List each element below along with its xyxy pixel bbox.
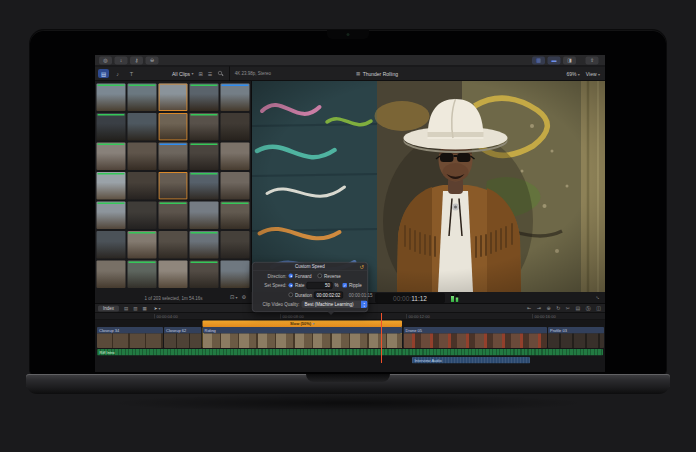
ripple-checkbox[interactable]: ✓ xyxy=(343,283,348,288)
insert-icon[interactable]: ⊕ xyxy=(546,305,550,312)
music-clip[interactable]: Riff Intro xyxy=(97,349,603,356)
clip-thumbnail[interactable] xyxy=(221,143,250,171)
timeline-clip[interactable]: Drone 05 xyxy=(404,327,548,348)
forward-radio[interactable] xyxy=(289,274,294,279)
clip-thumbnail[interactable] xyxy=(221,84,250,112)
clip-waveform-icon[interactable]: ▦ xyxy=(143,306,147,311)
chevron-down-icon: ▾ xyxy=(313,322,315,327)
clip-thumbnail[interactable] xyxy=(221,113,250,141)
solo-icon[interactable]: Ⓢ xyxy=(586,305,591,312)
clip-thumbnail[interactable] xyxy=(128,261,157,289)
blade-icon[interactable]: ✂ xyxy=(566,305,570,312)
clip-thumbnail[interactable] xyxy=(159,113,188,141)
timeline-clip[interactable]: Riding xyxy=(203,327,403,348)
clip-thumbnail[interactable] xyxy=(190,261,219,289)
clip-thumbnail[interactable] xyxy=(128,143,157,171)
select-tool-dropdown[interactable]: ➤ ▾ xyxy=(154,306,161,311)
viewer-video-frame xyxy=(252,81,605,292)
timeline-toggle-button[interactable]: ▬ xyxy=(548,56,561,64)
clip-thumbnail[interactable] xyxy=(190,231,219,259)
clip-thumbnail[interactable] xyxy=(221,172,250,200)
rate-field[interactable]: 50 xyxy=(307,282,333,289)
timeline-ruler[interactable]: 00:00:04:0000:00:08:0000:00:12:0000:00:1… xyxy=(95,313,605,320)
clip-thumbnail[interactable] xyxy=(159,202,188,230)
rate-radio[interactable] xyxy=(289,283,294,288)
clip-thumbnail[interactable] xyxy=(221,202,250,230)
clip-thumbnail[interactable] xyxy=(97,113,126,141)
photos-audio-button[interactable]: ♪ xyxy=(112,69,123,78)
clip-thumbnail[interactable] xyxy=(97,143,126,171)
viewer-zoom-dropdown[interactable]: 69% ▾ xyxy=(566,71,579,77)
timeline-panel: 00:00:04:0000:00:08:0000:00:12:0000:00:1… xyxy=(95,313,605,372)
reverse-radio[interactable] xyxy=(318,274,323,279)
playhead[interactable] xyxy=(381,313,382,363)
clip-height-icon[interactable]: ▤ xyxy=(124,306,128,311)
clip-thumbnail[interactable] xyxy=(159,261,188,289)
audio-meters[interactable] xyxy=(451,294,459,302)
timeline-clip[interactable]: Closeup 34 xyxy=(97,327,163,348)
clip-thumbnail[interactable] xyxy=(97,231,126,259)
ruler-timecode-label: 00:00:08:00 xyxy=(280,314,304,319)
titles-generators-button[interactable]: T xyxy=(126,69,137,78)
filter-button[interactable]: ⊞ xyxy=(199,71,203,77)
clip-thumbnail[interactable] xyxy=(190,143,219,171)
clip-thumbnail[interactable] xyxy=(190,84,219,112)
trim-left-icon[interactable]: ⇤ xyxy=(527,305,531,312)
trim-right-icon[interactable]: ⇥ xyxy=(537,305,541,312)
snapping-icon[interactable]: ◫ xyxy=(596,305,601,312)
audio-clip[interactable]: Interview Audio xyxy=(412,357,530,364)
index-button[interactable]: Index xyxy=(98,305,119,311)
share-button[interactable]: ⇧ xyxy=(586,56,599,64)
clip-thumbnail[interactable] xyxy=(128,84,157,112)
clip-thumbnail[interactable] xyxy=(190,113,219,141)
favorite-marker xyxy=(129,262,156,264)
timeline-clip[interactable]: Closeup 62 xyxy=(164,327,202,348)
clip-filmstrip-icon[interactable]: ▥ xyxy=(133,306,137,311)
duration-radio[interactable] xyxy=(289,293,294,298)
clip-thumbnail[interactable] xyxy=(97,261,126,289)
background-tasks-button[interactable]: ◎ xyxy=(99,56,112,64)
clip-thumbnail[interactable] xyxy=(128,202,157,230)
viewer-view-dropdown[interactable]: View ▾ xyxy=(586,71,600,77)
clip-thumbnail[interactable] xyxy=(159,143,188,171)
app-titlebar: ◎↓⚷⊖ ▥▬◨⇧ xyxy=(95,55,605,66)
timeline-clip[interactable]: Profile 03 xyxy=(548,327,604,348)
clip-thumbnail[interactable] xyxy=(97,84,126,112)
clip-thumbnail[interactable] xyxy=(221,261,250,289)
clip-thumbnail[interactable] xyxy=(159,172,188,200)
keyword-editor-button[interactable]: ⚷ xyxy=(130,56,143,64)
selection-marker xyxy=(222,85,249,87)
clip-thumbnail[interactable] xyxy=(190,202,219,230)
clip-status-button[interactable]: ⊖ xyxy=(146,56,159,64)
duration-slider-button[interactable]: ☰ xyxy=(208,71,212,77)
reset-icon[interactable]: ↺ xyxy=(359,264,364,271)
import-media-button[interactable]: ↓ xyxy=(115,56,128,64)
clip-appearance-button[interactable]: ⊡ ▾ xyxy=(230,294,238,300)
clip-thumbnail[interactable] xyxy=(159,84,188,112)
libraries-sidebar-button[interactable]: ▤ xyxy=(98,69,109,78)
clip-thumbnail[interactable] xyxy=(128,113,157,141)
clip-thumbnail[interactable] xyxy=(190,172,219,200)
browser-settings-button[interactable]: ⚙ xyxy=(242,294,246,300)
zoom-level-label: 69% xyxy=(566,71,576,77)
loop-icon[interactable]: ↻ xyxy=(556,305,560,312)
clip-thumbnail[interactable] xyxy=(128,231,157,259)
clip-thumbnail[interactable] xyxy=(128,172,157,200)
expand-timeline-icon[interactable]: ↔ xyxy=(594,293,602,301)
clip-thumbnail[interactable] xyxy=(221,231,250,259)
clip-thumbnail[interactable] xyxy=(97,202,126,230)
clip-filmstrip xyxy=(404,334,548,349)
clip-appearance-group: ▤▥▦ xyxy=(119,306,147,311)
appearance-icon[interactable]: ▤ xyxy=(576,305,581,312)
duration-field[interactable]: 00:00:02:02 xyxy=(314,291,343,298)
all-clips-dropdown[interactable]: All Clips ▾ xyxy=(172,71,194,77)
viewer-format-label: 4K 23.98p, Stereo xyxy=(235,71,271,76)
chevron-down-icon: ▾ xyxy=(578,72,580,77)
browser-toggle-button[interactable]: ▥ xyxy=(532,56,545,64)
search-icon[interactable] xyxy=(217,71,223,77)
clip-video-quality-dropdown[interactable]: Best (Machine Learning) ▴▾ xyxy=(302,301,368,309)
clip-thumbnail[interactable] xyxy=(97,172,126,200)
favorite-marker xyxy=(98,114,125,116)
clip-thumbnail[interactable] xyxy=(159,231,188,259)
inspector-toggle-button[interactable]: ◨ xyxy=(563,56,576,64)
